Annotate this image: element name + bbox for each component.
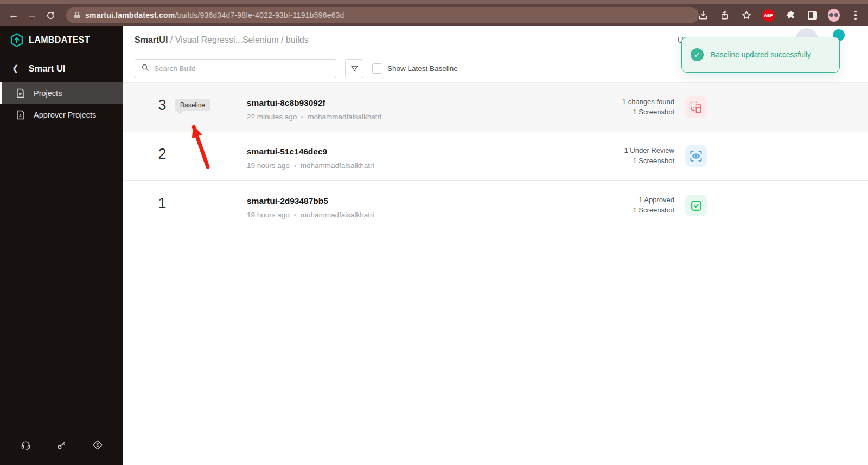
build-time: 19 hours ago: [247, 162, 290, 170]
build-row-2[interactable]: 2 smartui-51c146dec9 19 hours ago mohamm…: [123, 132, 868, 180]
tab-strip: [0, 0, 868, 4]
status-line-1: 1 changes found: [622, 98, 674, 106]
build-author: mohammadfaisalkhatri: [301, 162, 374, 170]
section-title: Smart UI: [29, 63, 66, 74]
svg-text:S: S: [96, 442, 99, 448]
profile-avatar[interactable]: [828, 9, 840, 21]
success-check-icon: ✓: [691, 48, 704, 61]
browser-actions: ABP: [697, 4, 864, 26]
build-list: 3 Baseline smartui-8c8b93092f 22 minutes…: [123, 82, 868, 229]
build-number: 3: [151, 97, 173, 114]
build-name-link[interactable]: smartui-51c146dec9: [247, 147, 327, 157]
build-number: 2: [151, 146, 173, 163]
build-name-link[interactable]: smartui-8c8b93092f: [247, 98, 326, 108]
breadcrumb-rest: / Visual Regressi...Selenium / builds: [168, 35, 308, 44]
meta-separator-dot: [294, 214, 296, 216]
back-icon[interactable]: ←: [4, 9, 23, 21]
address-bar[interactable]: smartui.lambdatest.com/builds/936d34d7-9…: [66, 7, 699, 23]
breadcrumb: SmartUI / Visual Regressi...Selenium / b…: [135, 35, 309, 45]
browser-menu-icon[interactable]: [850, 9, 861, 21]
build-author: mohammadfaisalkhatri: [301, 211, 374, 219]
show-latest-baseline-checkbox[interactable]: [372, 63, 382, 74]
baseline-badge: Baseline: [175, 99, 210, 111]
status-line-2: 1 Screenshot: [633, 206, 674, 214]
forward-icon[interactable]: →: [23, 9, 41, 21]
build-number: 1: [151, 195, 173, 212]
access-key-icon[interactable]: [56, 440, 67, 450]
toast-baseline-updated: ✓ Baseline updated successfully: [681, 37, 840, 73]
filter-button[interactable]: [345, 59, 363, 78]
sidebar-item-approver-projects[interactable]: A Approver Projects: [0, 104, 123, 126]
url-domain: smartui.lambdatest.com: [85, 11, 175, 20]
document-user-icon: A: [16, 110, 25, 120]
status-line-1: 1 Approved: [639, 196, 674, 204]
extensions-puzzle-icon[interactable]: [784, 9, 796, 21]
lambdatest-logo[interactable]: LAMBDATEST: [0, 26, 123, 54]
build-time: 22 minutes ago: [247, 113, 297, 121]
build-status: 1 Approved 1 Screenshot: [633, 195, 674, 215]
build-meta: 19 hours ago mohammadfaisalkhatri: [247, 162, 374, 170]
side-panel-icon[interactable]: [806, 9, 818, 21]
meta-separator-dot: [301, 116, 303, 118]
toast-message: Baseline updated successfully: [711, 51, 811, 59]
sidebar-item-projects[interactable]: Projects: [0, 82, 123, 104]
funnel-icon: [350, 64, 359, 73]
build-status: 1 changes found 1 Screenshot: [622, 96, 674, 117]
switch-s-icon[interactable]: S: [92, 440, 103, 450]
download-icon[interactable]: [697, 9, 709, 21]
under-review-eye-icon[interactable]: [685, 145, 707, 167]
build-time: 19 hours ago: [247, 211, 290, 219]
build-meta: 19 hours ago mohammadfaisalkhatri: [247, 211, 374, 219]
status-line-1: 1 Under Review: [624, 146, 675, 154]
search-icon: [141, 63, 149, 74]
changes-found-icon[interactable]: [685, 96, 707, 118]
logo-wordmark: LAMBDATEST: [29, 35, 90, 45]
build-row-3[interactable]: 3 Baseline smartui-8c8b93092f 22 minutes…: [123, 83, 868, 132]
build-name-link[interactable]: smartui-2d93487bb5: [247, 196, 328, 206]
share-icon[interactable]: [719, 9, 731, 21]
search-build-input[interactable]: [154, 64, 330, 73]
browser-chrome: ← → smartui.lambdatest.com/builds/936d34…: [0, 0, 868, 26]
meta-separator-dot: [294, 165, 296, 167]
chevron-left-icon: ❮: [12, 63, 19, 73]
approved-check-icon[interactable]: [685, 195, 707, 216]
adblock-abp-icon[interactable]: ABP: [762, 9, 775, 22]
page: ← → smartui.lambdatest.com/builds/936d34…: [0, 0, 868, 465]
sidebar: LAMBDATEST ❮ Smart UI Projects A Approve…: [0, 26, 123, 465]
sidebar-back-smartui[interactable]: ❮ Smart UI: [0, 54, 123, 82]
sidebar-footer: S: [0, 434, 123, 456]
show-latest-baseline-label: Show Latest Baseline: [387, 64, 458, 73]
ssl-lock-icon[interactable]: [74, 11, 80, 19]
url-path: /builds/936d34d7-98fe-4022-93bf-1191b596…: [175, 11, 344, 20]
status-line-2: 1 Screenshot: [633, 157, 674, 165]
status-line-2: 1 Screenshot: [633, 108, 674, 116]
reload-icon[interactable]: [41, 9, 60, 21]
main-content: SmartUI / Visual Regressi...Selenium / b…: [123, 26, 868, 465]
build-status: 1 Under Review 1 Screenshot: [624, 145, 675, 166]
lambdatest-logo-icon: [10, 33, 24, 47]
breadcrumb-smartui[interactable]: SmartUI: [135, 35, 168, 44]
bookmark-star-icon[interactable]: [741, 9, 752, 21]
build-author: mohammadfaisalkhatri: [308, 113, 381, 121]
svg-text:A: A: [19, 114, 22, 118]
document-icon: [16, 88, 25, 98]
build-meta: 22 minutes ago mohammadfaisalkhatri: [247, 113, 381, 121]
support-headset-icon[interactable]: [21, 440, 31, 450]
search-build-box[interactable]: [135, 59, 336, 78]
build-row-1[interactable]: 1 smartui-2d93487bb5 19 hours ago mohamm…: [123, 180, 868, 229]
